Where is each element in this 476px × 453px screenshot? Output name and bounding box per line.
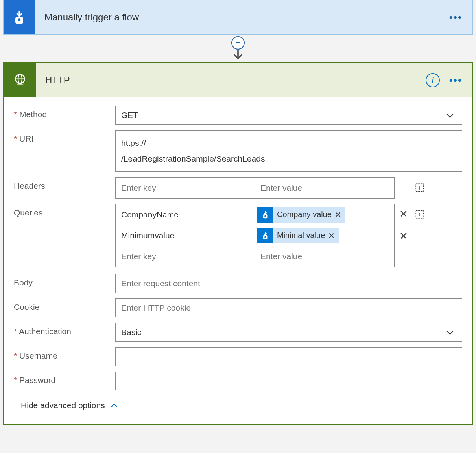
uri-label: * URI [14, 130, 115, 144]
password-input[interactable] [115, 372, 462, 390]
uri-input[interactable]: https:// /LeadRegistrationSample/SearchL… [115, 130, 462, 172]
http-more-menu[interactable]: ••• [449, 74, 472, 87]
switch-mode-icon[interactable]: T [414, 209, 425, 220]
svg-text:T: T [418, 185, 421, 191]
arrow-down-icon [232, 50, 244, 61]
dynamic-pill: Company value ✕ [257, 207, 345, 223]
headers-value-input[interactable] [255, 178, 394, 198]
trigger-more-menu[interactable]: ••• [449, 11, 472, 24]
svg-point-1 [18, 18, 21, 21]
query-value-0[interactable]: Company value ✕ [255, 204, 394, 225]
query-key-1[interactable]: Minimumvalue [116, 225, 255, 246]
queries-label: Queries [14, 204, 115, 217]
http-action-card: HTTP i ••• * Method GET * URI https:// /… [3, 62, 473, 425]
info-icon[interactable]: i [426, 73, 440, 87]
switch-mode-icon[interactable]: T [414, 182, 425, 193]
trigger-card[interactable]: Manually trigger a flow ••• [3, 0, 473, 35]
connector-bottom [0, 425, 476, 432]
chevron-down-icon [445, 111, 455, 120]
cookie-label: Cookie [14, 298, 115, 312]
body-input[interactable] [115, 274, 462, 293]
svg-point-10 [264, 215, 266, 217]
trigger-pill-icon [257, 228, 273, 243]
authentication-select[interactable]: Basic [115, 323, 462, 342]
cookie-input[interactable] [115, 298, 462, 317]
method-select[interactable]: GET [115, 106, 462, 125]
dynamic-pill: Minimal value ✕ [257, 228, 339, 243]
delete-row-icon[interactable]: ✕ [399, 208, 409, 220]
query-key-new[interactable] [116, 246, 255, 267]
authentication-label: * Authentication [14, 323, 115, 336]
body-label: Body [14, 274, 115, 287]
svg-text:T: T [418, 212, 421, 217]
headers-key-input[interactable] [116, 178, 255, 198]
password-label: * Password [14, 372, 115, 385]
username-label: * Username [14, 347, 115, 361]
http-title: HTTP [36, 75, 426, 86]
connector-top: + [0, 35, 476, 62]
method-label: * Method [14, 106, 115, 119]
http-header[interactable]: HTTP i ••• [4, 63, 472, 97]
headers-label: Headers [14, 177, 115, 191]
chevron-up-icon [110, 401, 118, 410]
username-input[interactable] [115, 347, 462, 366]
query-key-0[interactable]: CompanyName [116, 204, 255, 225]
query-value-1[interactable]: Minimal value ✕ [255, 225, 394, 246]
trigger-pill-icon [257, 207, 273, 223]
hide-advanced-options[interactable]: Hide advanced options [14, 396, 462, 420]
http-connector-icon [4, 63, 36, 97]
delete-row-icon[interactable]: ✕ [399, 230, 409, 242]
trigger-title: Manually trigger a flow [35, 12, 449, 23]
add-step-button[interactable]: + [231, 36, 245, 50]
pill-remove-icon[interactable]: ✕ [335, 210, 341, 219]
trigger-connector-icon [4, 0, 35, 34]
chevron-down-icon [445, 328, 455, 337]
pill-remove-icon[interactable]: ✕ [328, 231, 335, 240]
query-value-new[interactable] [255, 246, 394, 267]
svg-point-12 [264, 236, 266, 238]
